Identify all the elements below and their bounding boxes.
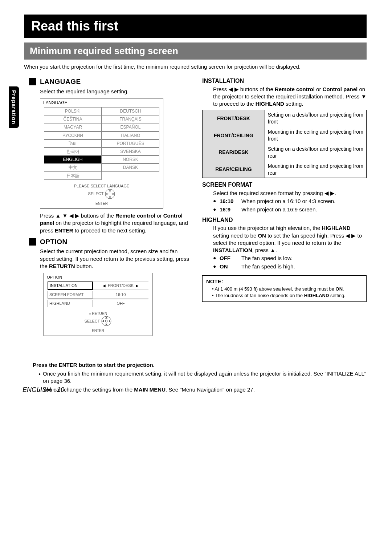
language-desc: Select the required language setting. [40,88,193,95]
lang-item[interactable]: 中文 [44,163,102,171]
bullet-icon: ● [213,206,216,212]
option-row-value: OFF [93,300,148,307]
list-item: ●16:10When project on a 16:10 or 4:3 scr… [213,198,367,205]
note-item: At 1 400 m (4 593 ft) above sea level, t… [212,286,363,292]
option-heading: OPTION [40,237,68,247]
table-val: Setting on a desk/floor and projecting f… [265,144,366,161]
lang-item-selected[interactable]: ENGLIGH [44,155,102,163]
list-item: ●16:9When project on a 16:9 screen. [213,206,367,213]
list-item: You can change the settings from the MAI… [38,386,367,393]
option-menu-box: OPTION INSTALLATION ◀FRONT/DESK▶ SCREEN … [44,273,152,336]
language-menu-box: LANGUAGE POLSKI DEUTSCH ČEŠTINA FRANÇAIS… [40,98,163,208]
language-press-text: Press ▲ ▼ ◀ ▶ buttons of the Remote cont… [40,212,193,234]
table-key: FRONT/CEILING [203,127,265,144]
dpad-icon [101,316,111,326]
lang-item[interactable]: DEUTSCH [102,107,159,115]
table-key: REAR/CEILING [203,161,265,178]
table-row: REAR/CEILINGMounting in the ceiling and … [203,161,367,178]
selector-diagram: SELECT [40,189,163,201]
list-item: ●ONThe fan speed is high. [213,263,367,270]
list-item: Once you finish the minimum requirement … [38,370,367,385]
bullet-icon: ● [213,198,216,204]
intro-text: When you start the projection for the fi… [24,63,367,70]
bottom-block: Press the ENTER button to start the proj… [33,361,367,394]
table-val: Setting on a desk/floor and projecting f… [265,110,366,127]
svg-marker-2 [109,190,111,191]
option-row[interactable]: HIGHLAND OFF [48,300,148,307]
selector-diagram: SELECT [44,316,152,328]
option-row[interactable]: INSTALLATION ◀FRONT/DESK▶ [48,281,148,290]
lang-item[interactable]: ไทย [44,139,102,147]
option-row-label: SCREEN FORMAT [48,291,93,299]
option-box-title: OPTION [44,273,152,281]
list-item: ●OFFThe fan speed is low. [213,255,367,262]
lang-item[interactable]: ITALIANO [102,131,159,139]
lang-item[interactable]: ESPAÑOL [102,123,159,131]
language-heading: LANGUAGE [40,77,81,86]
option-desc: Select the current projection method, sc… [40,248,193,270]
svg-marker-3 [109,197,111,198]
lang-item[interactable]: 日本語 [44,172,102,180]
lang-item[interactable]: ČEŠTINA [44,115,102,123]
note-item: The loudness of fan noise depends on the… [212,292,363,299]
option-row[interactable]: SCREEN FORMAT 16:10 [48,291,148,299]
square-bullet-icon [29,238,36,246]
option-row-value: 16:10 [93,291,148,299]
highland-body: If you use the projector at high elevati… [213,224,367,254]
svg-marker-11 [109,320,111,322]
dpad-icon [105,189,115,199]
lang-item[interactable]: POLSKI [44,107,102,115]
option-row-label: INSTALLATION [48,281,93,290]
bullet-icon: ● [213,255,216,261]
triangle-left-icon: ◀ [103,283,106,288]
table-key: REAR/DESK [203,144,265,161]
option-row-value: ◀FRONT/DESK▶ [93,281,148,290]
lang-item[interactable]: DANSK [102,163,159,171]
table-row: REAR/DESKSetting on a desk/floor and pro… [203,144,367,161]
bullet-icon: ● [213,263,216,270]
page-title: Read this first [24,15,367,38]
svg-marker-10 [102,320,104,322]
svg-marker-4 [106,193,107,195]
language-grid: POLSKI DEUTSCH ČEŠTINA FRANÇAIS MAGYAR E… [44,107,159,180]
svg-point-7 [105,320,107,322]
select-label: SELECT [85,319,100,324]
option-row-label: HIGHLAND [48,300,93,307]
lang-item[interactable]: MAGYAR [44,123,102,131]
section-title: Minimum required setting screen [24,42,367,60]
note-box: NOTE: At 1 400 m (4 593 ft) above sea le… [202,275,367,302]
enter-label: ENTER [44,328,152,336]
table-val: Mounting in the ceiling and projecting f… [265,161,366,178]
enter-label: ENTER [40,201,163,208]
svg-marker-5 [113,193,114,195]
lang-item[interactable]: РУССКИЙ [44,131,102,139]
table-row: FRONT/CEILINGMounting in the ceiling and… [203,127,367,144]
table-row: FRONT/DESKSetting on a desk/floor and pr… [203,110,367,127]
note-heading: NOTE: [206,278,223,286]
lang-item[interactable]: SVENSKA [102,147,159,155]
please-select-text: PLEASE SELECT LANGUAGE [40,182,163,189]
triangle-right-icon: ▶ [136,283,139,288]
lang-item[interactable]: PORTUGUÊS [102,139,159,147]
svg-marker-8 [105,317,107,319]
lang-item[interactable]: NORSK [102,155,159,163]
return-label: ○ RETURN [44,311,152,316]
table-val: Mounting in the ceiling and projecting f… [265,127,366,144]
svg-marker-9 [105,324,107,325]
installation-heading: INSTALLATION [202,77,367,85]
bottom-lead: Press the ENTER button to start the proj… [33,361,367,369]
language-box-title: LANGUAGE [40,98,163,107]
lang-item[interactable]: FRANÇAIS [102,115,159,123]
lang-item[interactable]: 한국어 [44,147,102,155]
svg-point-1 [109,193,111,195]
screenformat-heading: SCREEN FORMAT [202,181,367,189]
page-footer: ENGLISH - 10 [23,385,64,394]
table-key: FRONT/DESK [203,110,265,127]
screenformat-desc: Select the required screen format by pre… [213,190,367,197]
square-bullet-icon [29,78,36,85]
installation-table: FRONT/DESKSetting on a desk/floor and pr… [202,110,367,178]
highland-heading: HIGHLAND [202,216,367,224]
installation-body: Press ◀ ▶ buttons of the Remote control … [213,86,367,108]
select-label: SELECT [88,191,104,197]
